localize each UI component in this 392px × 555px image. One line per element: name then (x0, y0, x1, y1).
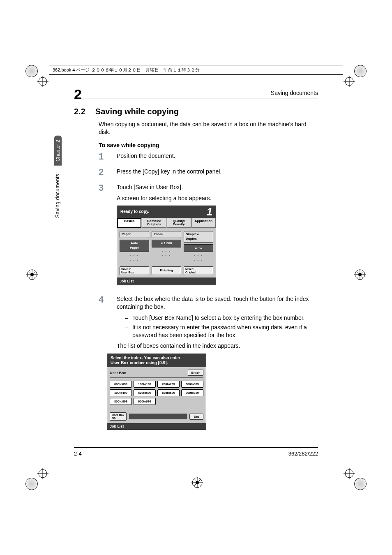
reg-mark-right (352, 266, 368, 283)
crop-circle-tl (25, 65, 38, 77)
index-300to399[interactable]: 300to399 (181, 381, 203, 388)
crop-circle-bl (25, 478, 38, 490)
tab-application[interactable]: Application (191, 218, 216, 228)
label-line2: User Box (121, 271, 134, 274)
index-000to099[interactable]: 000to099 (110, 381, 132, 388)
section-number: 2.2 (74, 107, 85, 116)
step-3: 3 Touch [Save in User Box]. A screen for… (99, 183, 318, 285)
intro-text: When copying a document, the data can be… (99, 120, 318, 136)
user-box-no-input[interactable] (129, 414, 187, 419)
label-line2: Duplex (186, 237, 197, 240)
chapter-number: 2 (74, 86, 82, 102)
svg-point-9 (358, 273, 362, 276)
user-box-index-panel: Select the index. You can also enter Use… (107, 354, 206, 430)
model-numbers: 362/282/222 (288, 451, 318, 457)
panel-count: 1 (207, 208, 212, 216)
tab-quality-density[interactable]: Quality/Density (167, 218, 191, 228)
index-600to699[interactable]: 600to699 (157, 389, 180, 396)
enter-button[interactable]: Enter (188, 370, 203, 376)
step-number: 2 (99, 168, 107, 177)
reg-mark-br (344, 468, 355, 479)
mixed-original-button[interactable]: MixedOriginal (184, 266, 213, 275)
index-700to799[interactable]: 700to799 (181, 389, 203, 396)
set-button[interactable]: Set (189, 414, 203, 420)
step-number: 3 (99, 183, 107, 285)
dots-icon: • • •• • • (120, 254, 149, 263)
reg-mark-left (24, 266, 40, 283)
header-note-bar: 362.book 4 ページ ２００８年１０月２０日 月曜日 午前１１時３２分 (49, 65, 343, 75)
finishing-button[interactable]: Finishing (152, 266, 181, 275)
label-line2: Paper (130, 246, 139, 250)
crop-circle-br (354, 478, 367, 490)
auto-paper-button[interactable]: AutoPaper (120, 240, 149, 252)
panel2-title-line1: Select the index. You can also enter (111, 356, 203, 361)
save-in-user-box-button[interactable]: Save inUser Box (120, 266, 149, 275)
tab-line2: Originals (147, 222, 161, 226)
step-after-text: The list of boxes contained in the index… (117, 342, 318, 350)
label-line1: User Box (112, 414, 125, 416)
tab-line2: Density (173, 222, 185, 226)
step-2: 2 Press the [Copy] key in the control pa… (99, 168, 318, 177)
label-line2: No. (112, 416, 116, 419)
reg-mark-bl (37, 468, 48, 479)
index-400to499[interactable]: 400to499 (110, 389, 132, 396)
step-text: Touch [Save in User Box]. (117, 183, 318, 191)
simplex-duplex-button[interactable]: Simplex/Duplex (184, 231, 213, 243)
section-title: Saving while copying (95, 107, 179, 116)
job-list-button[interactable]: Job List (107, 423, 206, 430)
step-text: Press the [Copy] key in the control pane… (117, 168, 318, 177)
step-text: Position the document. (117, 152, 318, 161)
step-4: 4 Select the box where the data is to be… (99, 295, 318, 350)
tab-combine-originals[interactable]: CombineOriginals (142, 218, 166, 228)
zoom-button[interactable]: Zoom (152, 231, 181, 238)
reg-mark-bottom (189, 474, 205, 491)
bullet-item: It is not necessary to enter the passwor… (125, 324, 318, 339)
user-box-no-label: User BoxNo. (110, 412, 127, 421)
duplex-value-button[interactable]: 1→1 (184, 244, 213, 252)
step-text: Select the box where the data is to be s… (117, 295, 318, 311)
label-line1: Auto (131, 241, 138, 245)
tab-basics[interactable]: Basics (117, 218, 141, 228)
reg-mark-tl (37, 76, 48, 87)
user-box-label: User Box (110, 371, 126, 375)
page-number: 2-4 (74, 451, 82, 457)
step-subtext: A screen for selecting a box appears. (117, 194, 318, 202)
step-number: 1 (99, 152, 107, 161)
panel-title-text: Ready to copy. (120, 209, 149, 215)
bullet-item: Touch [User Box Name] to select a box by… (125, 314, 318, 322)
svg-point-17 (196, 481, 199, 484)
footer-divider (74, 447, 318, 448)
svg-point-7 (30, 273, 34, 276)
label-line1: Mixed (185, 268, 194, 271)
chapter-tab: Chapter 2 (54, 136, 62, 166)
step-1: 1 Position the document. (99, 152, 318, 161)
subheading: To save while copying (99, 142, 159, 148)
divider (74, 99, 318, 99)
paper-button[interactable]: Paper (120, 231, 149, 238)
reg-mark-tr (344, 76, 355, 87)
index-900to999[interactable]: 900to999 (134, 398, 156, 405)
crop-circle-tr (354, 65, 367, 77)
label-line2: Original (185, 271, 196, 274)
label-line1: Save in (121, 268, 131, 271)
header-note-text: 362.book 4 ページ ２００８年１０月２０日 月曜日 午前１１時３２分 (53, 67, 200, 73)
index-100to199[interactable]: 100to199 (134, 381, 156, 388)
index-200to299[interactable]: 200to299 (157, 381, 180, 388)
sidebar: Chapter 2 Saving documents (54, 136, 62, 234)
label-line1: Simplex/ (186, 232, 199, 236)
index-800to899[interactable]: 800to899 (110, 398, 132, 405)
sidebar-label: Saving documents (54, 174, 60, 218)
job-list-button[interactable]: Job List (117, 278, 216, 285)
index-500to599[interactable]: 500to599 (134, 389, 156, 396)
copier-panel-ready: Ready to copy. 1 Basics CombineOriginals… (117, 206, 216, 285)
zoom-value-button[interactable]: × 1.000 (152, 240, 181, 247)
breadcrumb: Saving documents (271, 90, 318, 96)
panel2-title-line2: User Box number using [0-9]. (111, 361, 203, 365)
dots-icon: • • •• • • (184, 254, 213, 263)
step-number: 4 (99, 295, 107, 350)
dots-icon: • • •• • • (152, 249, 181, 258)
